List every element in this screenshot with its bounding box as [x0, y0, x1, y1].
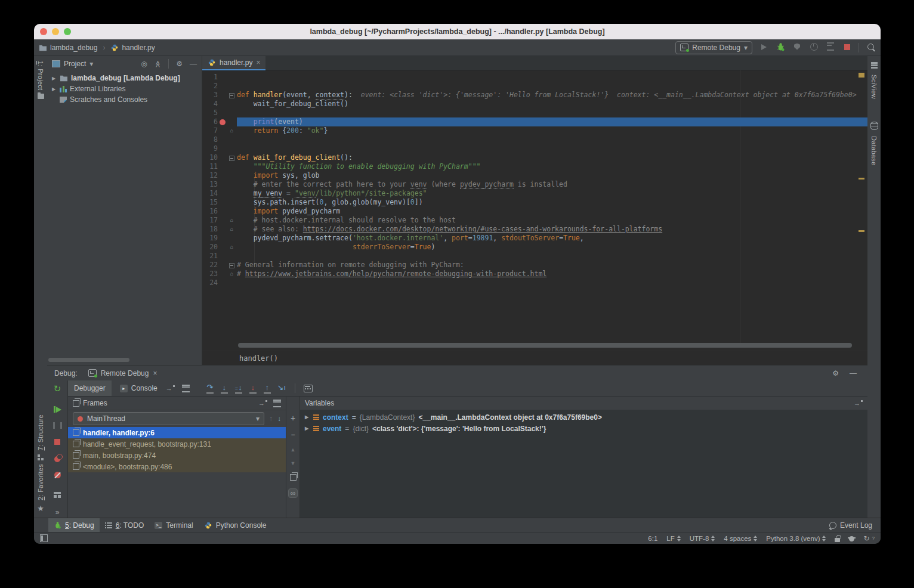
toolwindow-button-project[interactable]: 1: Project: [37, 61, 44, 90]
titlebar[interactable]: lambda_debug [~/PycharmProjects/lambda_d…: [34, 24, 881, 40]
gutter-mark[interactable]: [218, 198, 227, 207]
code-text[interactable]: wait_for_debug_client(): [237, 100, 867, 109]
fold-end-icon[interactable]: ⌂: [227, 243, 237, 252]
toolwindow-button-database[interactable]: Database: [870, 136, 878, 166]
gutter-mark[interactable]: [218, 180, 227, 189]
code-line[interactable]: 20⌂ stderrToServer=True): [202, 243, 867, 252]
focus-on-frames-icon[interactable]: →: [258, 400, 267, 407]
stripe-warning-mark[interactable]: [859, 178, 864, 180]
minimize-window-button[interactable]: [52, 28, 59, 35]
force-step-into-button[interactable]: ↓: [247, 383, 259, 394]
step-into-my-code-button[interactable]: =↓: [233, 383, 245, 394]
code-line[interactable]: 9: [202, 144, 867, 153]
code-line[interactable]: 2: [202, 82, 867, 91]
code-area[interactable]: 123def handler(event, context): event: <…: [202, 70, 867, 343]
tab-debugger[interactable]: Debugger: [68, 380, 112, 396]
line-number[interactable]: 15: [202, 198, 218, 207]
code-line[interactable]: 1: [202, 73, 867, 82]
variable-row[interactable]: ▶event={dict}<class 'dict'>: {'message':…: [300, 423, 867, 434]
stack-frame-row[interactable]: handle_event_request, bootstrap.py:131: [68, 438, 286, 450]
line-number[interactable]: 19: [202, 234, 218, 243]
layout-settings-button[interactable]: [47, 489, 67, 500]
evaluate-expression-icon[interactable]: [304, 385, 313, 392]
code-text[interactable]: print(event): [237, 117, 867, 126]
code-text[interactable]: [237, 278, 867, 287]
code-text[interactable]: import sys, glob: [237, 171, 867, 180]
line-number[interactable]: 3: [202, 91, 218, 100]
toolwindow-button-sciview[interactable]: SciView: [870, 75, 878, 99]
stack-frame-row[interactable]: handler, handler.py:6: [68, 427, 286, 438]
code-text[interactable]: my_venv = "venv/lib/python*/site-package…: [237, 189, 867, 198]
move-down-button[interactable]: ▼: [291, 460, 296, 466]
tab-console[interactable]: ▸ Console: [114, 380, 163, 396]
add-watch-button[interactable]: +: [291, 413, 295, 423]
resume-button[interactable]: [47, 404, 67, 415]
step-into-button[interactable]: ↓: [218, 383, 230, 394]
gutter-mark[interactable]: [218, 189, 227, 198]
run-configuration-select[interactable]: Remote Debug ▾: [675, 41, 752, 54]
code-line[interactable]: 13 # enter the correct path here to your…: [202, 180, 867, 189]
code-text[interactable]: [237, 82, 867, 91]
line-number[interactable]: 13: [202, 180, 218, 189]
gutter-mark[interactable]: [218, 278, 227, 287]
collapse-all-icon[interactable]: ≪: [154, 60, 162, 67]
status-item[interactable]: Python 3.8 (venv): [766, 535, 826, 542]
code-line[interactable]: 8: [202, 135, 867, 144]
stop-debug-button[interactable]: [47, 436, 67, 447]
editor-breadcrumbs[interactable]: handler(): [202, 351, 867, 366]
status-item[interactable]: 6:1: [648, 535, 657, 542]
line-number[interactable]: 8: [202, 135, 218, 144]
gutter-mark[interactable]: [218, 234, 227, 243]
gutter-mark[interactable]: [218, 100, 227, 109]
code-text[interactable]: pydevd_pycharm.settrace('host.docker.int…: [237, 234, 867, 243]
line-number[interactable]: 14: [202, 189, 218, 198]
code-text[interactable]: [237, 135, 867, 144]
line-number[interactable]: 24: [202, 278, 218, 287]
previous-frame-button[interactable]: ↑: [269, 414, 273, 423]
line-number[interactable]: 23: [202, 270, 218, 278]
toolwindow-button-structure[interactable]: 7: Structure: [37, 414, 44, 450]
step-out-button[interactable]: ↑: [261, 383, 273, 394]
breakpoint-icon[interactable]: [220, 119, 226, 125]
run-button[interactable]: [758, 44, 769, 52]
close-session-icon[interactable]: ×: [153, 369, 157, 377]
code-text[interactable]: stderrToServer=True): [237, 243, 867, 252]
code-line[interactable]: 24: [202, 278, 867, 287]
code-text[interactable]: # host.docker.internal should resolve to…: [237, 216, 867, 225]
line-number[interactable]: 10: [202, 153, 218, 162]
focus-on-variables-icon[interactable]: →: [854, 400, 863, 407]
remove-watch-button[interactable]: −: [291, 431, 295, 439]
gutter-mark[interactable]: [218, 252, 227, 261]
gutter-mark[interactable]: [218, 261, 227, 270]
status-item[interactable]: LF: [666, 535, 680, 542]
gutter-mark[interactable]: [218, 162, 227, 171]
line-number[interactable]: 6: [202, 117, 218, 126]
code-line[interactable]: 21: [202, 252, 867, 261]
run-to-cursor-button[interactable]: ↘ı: [276, 383, 288, 394]
event-log-button[interactable]: Event Log: [840, 521, 872, 530]
line-number[interactable]: 7: [202, 126, 218, 135]
toolwindow-button-debug[interactable]: 5: Debug: [48, 518, 100, 532]
close-window-button[interactable]: [40, 28, 47, 35]
code-text[interactable]: [237, 73, 867, 82]
code-line[interactable]: 14 my_venv = "venv/lib/python*/site-pack…: [202, 189, 867, 198]
toolwindow-button-todo[interactable]: 6: TODO: [100, 518, 150, 532]
line-number[interactable]: 11: [202, 162, 218, 171]
line-number[interactable]: 12: [202, 171, 218, 180]
breadcrumb-project[interactable]: lambda_debug: [50, 44, 97, 52]
code-text[interactable]: [237, 144, 867, 153]
gutter-mark[interactable]: [218, 73, 227, 82]
code-line[interactable]: 23⌂# https://www.jetbrains.com/help/pych…: [202, 270, 867, 278]
toolwindow-toggle-icon[interactable]: [40, 534, 48, 542]
expand-arrow-icon[interactable]: ▶: [304, 426, 310, 431]
code-text[interactable]: def wait_for_debug_client():: [237, 153, 867, 162]
code-line[interactable]: 12 import sys, glob: [202, 171, 867, 180]
code-line[interactable]: 22# General information on remote debugg…: [202, 261, 867, 270]
gutter-mark[interactable]: [218, 91, 227, 100]
breadcrumb-file[interactable]: handler.py: [122, 44, 155, 52]
gutter-mark[interactable]: [218, 225, 227, 234]
gutter-mark[interactable]: [218, 144, 227, 153]
project-panel-title[interactable]: Project: [64, 60, 86, 68]
gutter-mark[interactable]: [218, 126, 227, 135]
zoom-window-button[interactable]: [64, 28, 71, 35]
